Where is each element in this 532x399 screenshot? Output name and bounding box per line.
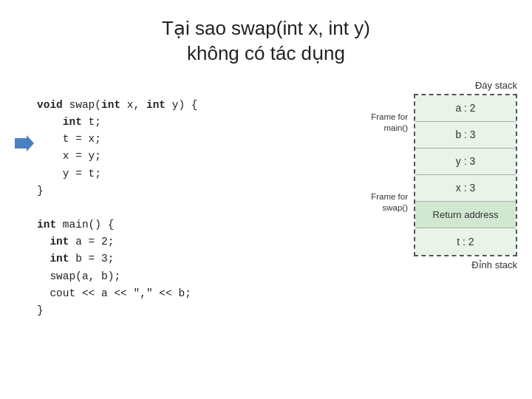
code-line11: cout << a << "," << b; bbox=[37, 287, 191, 299]
code-line8: int a = 2; bbox=[37, 236, 114, 248]
stack-cell-return: Return address bbox=[415, 202, 516, 228]
code-blank bbox=[37, 202, 44, 214]
frame-swap-text: Frame forswap() bbox=[371, 149, 408, 256]
code-line4: x = y; bbox=[37, 150, 101, 162]
frame-swap-label: Frame forswap() bbox=[371, 149, 408, 256]
code-line1: void swap(int x, int y) { bbox=[37, 99, 198, 111]
stack-cell-t: t : 2 bbox=[415, 228, 516, 255]
stack-wrapper: Đáy stack a : 2 b : 3 y : 3 x : 3 Return… bbox=[414, 80, 517, 270]
code-line2: int t; bbox=[37, 116, 101, 128]
stack-cell-y: y : 3 bbox=[415, 149, 516, 175]
code-line7: int main() { bbox=[37, 219, 114, 231]
title-line1: Tại sao swap(int x, int y) bbox=[0, 16, 532, 41]
dinh-stack-label: Đỉnh stack bbox=[471, 259, 517, 270]
stack-cell-b: b : 3 bbox=[415, 122, 516, 149]
current-line-arrow bbox=[15, 135, 34, 154]
code-block: void swap(int x, int y) { int t; t = x; … bbox=[37, 80, 347, 337]
page-title: Tại sao swap(int x, int y) không có tác … bbox=[0, 0, 532, 80]
frame-main-text: Frame formain() bbox=[371, 96, 408, 149]
code-line6: } bbox=[37, 185, 44, 197]
code-line9: int b = 3; bbox=[37, 253, 114, 265]
day-stack-label: Đáy stack bbox=[475, 80, 517, 91]
stack-section: Frame formain() Frame forswap() Đáy stac… bbox=[355, 80, 517, 270]
code-line5: y = t; bbox=[37, 168, 101, 180]
frame-main-label: Frame formain() bbox=[371, 96, 408, 149]
stack-cell-a: a : 2 bbox=[415, 95, 516, 122]
code-section: void swap(int x, int y) { int t; t = x; … bbox=[15, 80, 347, 337]
frame-labels: Frame formain() Frame forswap() bbox=[371, 80, 414, 256]
code-line3: t = x; bbox=[37, 133, 101, 145]
code-line10: swap(a, b); bbox=[37, 270, 120, 282]
title-line2: không có tác dụng bbox=[0, 41, 532, 66]
stack-container: a : 2 b : 3 y : 3 x : 3 Return address t… bbox=[414, 94, 517, 256]
code-line12: } bbox=[37, 304, 44, 316]
svg-marker-0 bbox=[15, 135, 34, 151]
stack-cell-x: x : 3 bbox=[415, 175, 516, 202]
main-layout: void swap(int x, int y) { int t; t = x; … bbox=[0, 80, 532, 337]
